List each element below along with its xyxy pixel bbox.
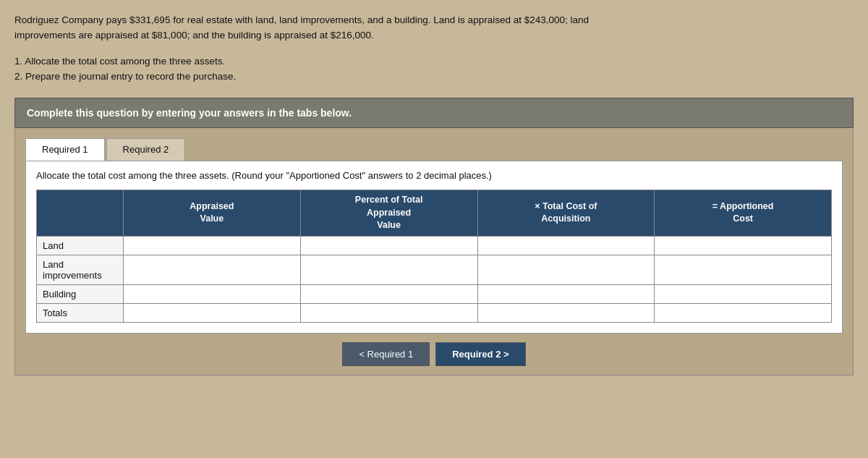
row-label-land-improvements: Land improvements [37, 255, 124, 284]
building-total-cost-cell[interactable] [477, 284, 655, 303]
tab-required-1[interactable]: Required 1 [25, 138, 105, 161]
building-appraised-value-cell[interactable] [124, 284, 301, 303]
col-header-total-cost: × Total Cost ofAcquisition [477, 190, 655, 237]
row-label-totals: Totals [37, 303, 124, 322]
building-total-cost-input[interactable] [481, 287, 652, 301]
li-appraised-value-cell[interactable] [124, 255, 301, 284]
totals-appraised-value-input[interactable] [127, 305, 297, 320]
instruction-1: 1. Allocate the total cost among the thr… [14, 54, 854, 69]
land-total-cost-input[interactable] [481, 238, 652, 253]
building-apportioned-cell[interactable] [655, 284, 832, 303]
li-total-cost-cell[interactable] [477, 255, 655, 284]
table-row: Building [37, 284, 832, 303]
li-apportioned-input[interactable] [658, 263, 828, 277]
tab-content: Allocate the total cost among the three … [25, 161, 843, 334]
col-header-label [37, 190, 124, 237]
table-row: Totals [37, 303, 832, 322]
building-percent-input[interactable] [304, 287, 475, 301]
totals-total-cost-cell [477, 303, 655, 322]
totals-percent-cell [300, 303, 477, 322]
nav-row: < Required 1 Required 2 > [25, 334, 843, 375]
tabs-row: Required 1 Required 2 [25, 138, 843, 161]
building-appraised-value-input[interactable] [127, 287, 297, 301]
intro-line1: Rodriguez Company pays $331,695 for real… [14, 13, 854, 28]
land-appraised-value-cell[interactable] [124, 236, 301, 255]
tabs-and-content-area: Required 1 Required 2 Allocate the total… [14, 128, 854, 376]
instructions: 1. Allocate the total cost among the thr… [14, 54, 854, 85]
li-appraised-value-input[interactable] [127, 263, 297, 277]
table-header-row: AppraisedValue Percent of TotalAppraised… [37, 190, 832, 237]
next-button[interactable]: Required 2 > [435, 342, 525, 366]
li-total-cost-input[interactable] [481, 263, 652, 277]
li-percent-cell[interactable] [300, 255, 477, 284]
land-total-cost-cell[interactable] [477, 236, 655, 255]
tab-required-2[interactable]: Required 2 [106, 138, 186, 161]
building-apportioned-input[interactable] [658, 287, 828, 301]
question-box-text: Complete this question by entering your … [27, 107, 352, 119]
building-percent-cell[interactable] [300, 284, 477, 303]
table-row: Land [37, 236, 832, 255]
intro-text: Rodriguez Company pays $331,695 for real… [14, 13, 854, 43]
question-box: Complete this question by entering your … [14, 98, 854, 128]
col-header-appraised-value: AppraisedValue [124, 190, 301, 237]
col-header-apportioned: = ApportionedCost [655, 190, 832, 237]
land-appraised-value-input[interactable] [127, 238, 297, 253]
row-label-land: Land [37, 236, 124, 255]
col-header-percent: Percent of TotalAppraisedValue [300, 190, 477, 237]
land-percent-input[interactable] [304, 238, 475, 253]
allocate-instructions: Allocate the total cost among the three … [36, 170, 832, 181]
totals-appraised-value-cell[interactable] [124, 303, 301, 322]
totals-apportioned-cell[interactable] [655, 303, 832, 322]
land-percent-cell[interactable] [300, 236, 477, 255]
data-table: AppraisedValue Percent of TotalAppraised… [36, 190, 832, 323]
prev-button[interactable]: < Required 1 [342, 342, 430, 366]
table-row: Land improvements [37, 255, 832, 284]
land-apportioned-input[interactable] [658, 238, 828, 253]
instruction-2: 2. Prepare the journal entry to record t… [14, 69, 854, 85]
li-apportioned-cell[interactable] [655, 255, 832, 284]
intro-line2: improvements are appraised at $81,000; a… [14, 28, 854, 43]
row-label-building: Building [37, 284, 124, 303]
totals-apportioned-input[interactable] [658, 305, 828, 320]
li-percent-input[interactable] [304, 263, 475, 277]
land-apportioned-cell[interactable] [655, 236, 832, 255]
